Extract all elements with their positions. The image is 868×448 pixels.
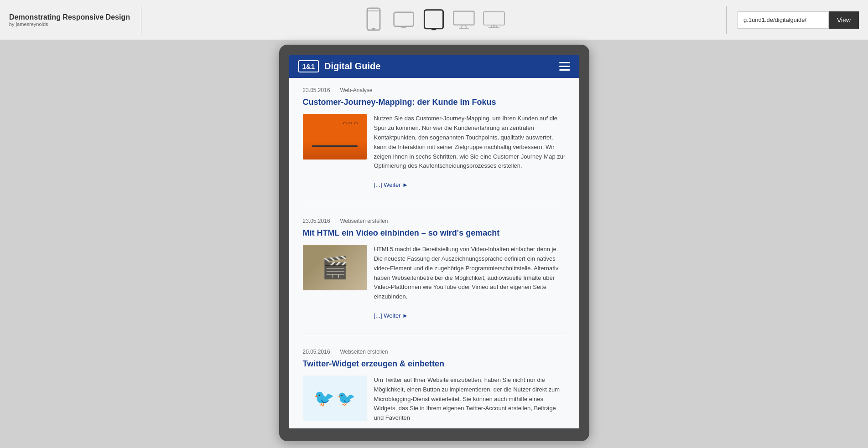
article-meta: 23.05.2016 | Webseiten erstellen bbox=[303, 218, 566, 224]
bird-2 bbox=[348, 123, 352, 124]
article-category: Web-Analyse bbox=[340, 87, 372, 93]
hamburger-line-2 bbox=[559, 66, 570, 67]
article-date: 23.05.2016 bbox=[303, 218, 330, 224]
article-thumbnail: 🎬 bbox=[303, 245, 367, 290]
article-thumbnail: 🐦 🐦 bbox=[303, 376, 367, 421]
article-title[interactable]: Twitter-Widget erzeugen & einbetten bbox=[303, 359, 566, 369]
svg-rect-0 bbox=[367, 8, 380, 30]
article-item: 23.05.2016 | Webseiten erstellen Mit HTM… bbox=[303, 218, 566, 334]
device-desktop-large-icon[interactable] bbox=[483, 7, 505, 33]
article-body-text: Nutzen Sie das Customer-Journey-Mapping,… bbox=[374, 115, 566, 169]
hamburger-line-1 bbox=[559, 62, 570, 63]
article-body: 🎬 HTML5 macht die Bereitstellung von Vid… bbox=[303, 245, 566, 320]
device-mobile-icon[interactable] bbox=[363, 7, 385, 33]
url-input[interactable] bbox=[738, 11, 829, 29]
article-text: Nutzen Sie das Customer-Journey-Mapping,… bbox=[374, 114, 566, 190]
view-button[interactable]: View bbox=[829, 11, 859, 29]
svg-rect-6 bbox=[431, 28, 436, 30]
hamburger-line-3 bbox=[559, 69, 570, 71]
article-text: Um Twitter auf Ihrer Website einzubetten… bbox=[374, 376, 566, 423]
svg-rect-3 bbox=[394, 12, 413, 26]
article-item: 23.05.2016 | Web-Analyse Customer-Journe… bbox=[303, 87, 566, 203]
meta-separator: | bbox=[334, 87, 336, 93]
device-tablet-small-icon[interactable] bbox=[393, 7, 415, 33]
url-bar: View bbox=[738, 11, 859, 29]
app-subtitle: by jamesreynolds bbox=[9, 21, 130, 27]
article-date: 20.05.2016 bbox=[303, 349, 330, 355]
svg-rect-4 bbox=[401, 27, 406, 28]
device-tablet-icon[interactable] bbox=[423, 7, 445, 33]
svg-rect-5 bbox=[424, 10, 443, 28]
article-meta: 23.05.2016 | Web-Analyse bbox=[303, 87, 566, 93]
svg-rect-1 bbox=[372, 28, 375, 30]
device-frame-area: 1&1 Digital Guide 23.05.2016 bbox=[0, 40, 868, 448]
scroll-container[interactable]: 1&1 Digital Guide 23.05.2016 bbox=[289, 55, 579, 428]
tablet-frame: 1&1 Digital Guide 23.05.2016 bbox=[279, 45, 589, 441]
tablet-screen: 1&1 Digital Guide 23.05.2016 bbox=[289, 55, 579, 428]
article-read-more[interactable]: [...] Weiter ► bbox=[374, 312, 408, 319]
divider-right bbox=[726, 6, 727, 34]
article-title[interactable]: Customer-Journey-Mapping: der Kunde im F… bbox=[303, 97, 566, 108]
site-logo: 1&1 Digital Guide bbox=[298, 60, 381, 72]
article-read-more[interactable]: [...] Weiter ► bbox=[374, 181, 408, 188]
article-body: Nutzen Sie das Customer-Journey-Mapping,… bbox=[303, 114, 566, 190]
article-title[interactable]: Mit HTML ein Video einbinden – so wird's… bbox=[303, 228, 566, 238]
hamburger-menu[interactable] bbox=[559, 62, 570, 71]
article-body: 🐦 🐦 Um Twitter auf Ihrer Website einzube… bbox=[303, 376, 566, 423]
svg-point-15 bbox=[493, 25, 495, 27]
birds-decoration bbox=[343, 122, 358, 124]
top-bar: Demonstrating Responsive Design by james… bbox=[0, 0, 868, 40]
bird-3 bbox=[354, 123, 358, 124]
device-icons-group bbox=[149, 7, 719, 33]
article-category: Webseiten erstellen bbox=[340, 218, 388, 224]
site-title: Digital Guide bbox=[324, 61, 380, 72]
bird-1 bbox=[343, 123, 347, 124]
app-title-block: Demonstrating Responsive Design by james… bbox=[9, 13, 130, 27]
site-content: 23.05.2016 | Web-Analyse Customer-Journe… bbox=[289, 78, 579, 428]
article-text: HTML5 macht die Bereitstellung von Video… bbox=[374, 245, 566, 320]
twitter-bird-orange-icon: 🐦 bbox=[337, 390, 355, 407]
divider-left bbox=[141, 6, 141, 34]
article-category: Webseiten erstellen bbox=[340, 349, 388, 355]
video-slate-icon: 🎬 bbox=[321, 255, 348, 280]
svg-rect-11 bbox=[483, 12, 504, 25]
article-date: 23.05.2016 bbox=[303, 87, 330, 93]
twitter-bird-blue-icon: 🐦 bbox=[314, 389, 334, 408]
svg-rect-7 bbox=[453, 11, 474, 25]
article-body-text: Um Twitter auf Ihrer Website einzubetten… bbox=[374, 376, 560, 421]
device-desktop-small-icon[interactable] bbox=[453, 7, 475, 33]
logo-box: 1&1 bbox=[298, 60, 319, 72]
app-title: Demonstrating Responsive Design bbox=[9, 13, 130, 21]
site-header: 1&1 Digital Guide bbox=[289, 55, 579, 78]
article-thumbnail bbox=[303, 114, 367, 160]
meta-separator: | bbox=[334, 218, 336, 224]
article-meta: 20.05.2016 | Webseiten erstellen bbox=[303, 349, 566, 355]
article-item: 20.05.2016 | Webseiten erstellen Twitter… bbox=[303, 349, 566, 428]
meta-separator: | bbox=[334, 349, 336, 355]
article-body-text: HTML5 macht die Bereitstellung von Video… bbox=[374, 246, 559, 300]
